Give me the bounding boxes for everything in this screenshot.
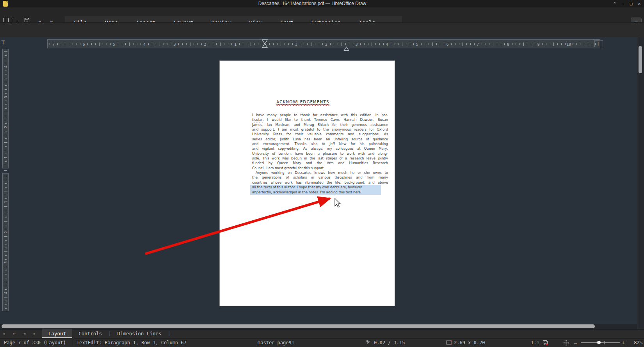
ruler-number: 6: [83, 42, 85, 46]
ruler-number: 1: [4, 201, 8, 203]
horizontal-scrollbar-thumb[interactable]: [2, 324, 595, 328]
menubar: ▾ ▾ ↶ ▾ ↷ ▾ FileHomeInsertLayoutReviewVi…: [0, 7, 644, 22]
text-line[interactable]: I have many people to thank for assistan…: [252, 113, 388, 117]
text-line[interactable]: James, Ian Maclean, and Morag Shiach for…: [252, 122, 388, 127]
ruler-number: 4: [4, 66, 8, 68]
ruler-origin-icon: ⊤: [1, 39, 5, 46]
layer-tab-controls[interactable]: Controls: [72, 329, 108, 338]
nav-next-icon[interactable]: ↠: [32, 329, 36, 338]
text-line[interactable]: University Press for their valuable comm…: [252, 132, 388, 136]
text-line[interactable]: side. This work was begun in the last st…: [252, 156, 388, 161]
toolbar: ▾ ✂ I✕ Area None ▼ ▼ ⋮ Line ▾ ▼: [0, 22, 644, 37]
indent-marker[interactable]: [343, 46, 349, 51]
zoom-in-icon[interactable]: +: [622, 338, 625, 347]
layer-tab-dimension-lines[interactable]: Dimension Lines: [111, 329, 168, 338]
ruler-number: 3: [356, 42, 358, 46]
vertical-scrollbar[interactable]: [637, 37, 644, 329]
text-line[interactable]: Anyone working on Descartes knows how mu…: [252, 170, 388, 175]
titlebar: Descartes_1641Meditations.pdf — LibreOff…: [0, 0, 644, 7]
unsaved-changes-icon[interactable]: [543, 340, 548, 345]
ruler-number: 2: [204, 42, 206, 46]
object-size-icon: [446, 340, 452, 345]
vertical-scrollbar-thumb[interactable]: [639, 46, 642, 73]
pan-tool-icon[interactable]: [563, 340, 569, 346]
object-size: 2.69 x 0.20: [454, 338, 485, 347]
ruler-end-marker: |: [594, 40, 603, 47]
minimize-button-icon[interactable]: –: [621, 0, 625, 7]
ruler-number: 8: [507, 42, 509, 46]
ruler-cursor-marker[interactable]: [262, 39, 268, 48]
nav-last-icon[interactable]: ⇥: [23, 329, 26, 338]
ruler-number: 3: [174, 42, 176, 46]
ruler-number: 5: [113, 42, 115, 46]
ruler-number: 1: [234, 42, 237, 46]
cursor-position: 0.02 / 3.15: [374, 338, 405, 347]
edit-info: TextEdit: Paragraph 1, Row 1, Column 67: [76, 338, 187, 347]
tab-separator: |: [168, 329, 171, 338]
maximize-button-icon[interactable]: □: [629, 0, 633, 7]
text-line[interactable]: funded by Queen Mary and the Arts and Hu…: [252, 161, 388, 165]
vertical-ruler-top[interactable]: 4321: [2, 49, 9, 168]
ruler-number: 4: [386, 42, 388, 46]
ruler-number: 2: [4, 231, 8, 234]
close-button-icon[interactable]: ✕: [637, 0, 642, 7]
zoom-slider-thumb[interactable]: [597, 341, 601, 344]
page-info: Page 7 of 330 (Layout): [4, 338, 66, 347]
ruler-number: 3: [4, 262, 8, 264]
text-line[interactable]: countries whose work has illuminated the…: [252, 180, 388, 185]
zoom-percentage[interactable]: 82%: [629, 338, 642, 347]
document-text-block[interactable]: I have many people to thank for assistan…: [252, 113, 388, 195]
ruler-number: 9: [537, 42, 540, 46]
ruler-number: 2: [325, 42, 327, 46]
ruler-number: 10: [566, 42, 571, 46]
vertical-ruler-bottom[interactable]: 1234: [2, 173, 9, 311]
nav-previous-icon[interactable]: ↞: [3, 329, 6, 338]
text-line[interactable]: and encouragement. Thanks also to Jeff N…: [252, 142, 388, 146]
document-icon: [3, 1, 8, 7]
shade-button-icon[interactable]: ⌃: [612, 0, 617, 7]
nav-first-icon[interactable]: ⇤: [13, 329, 16, 338]
scale-factor[interactable]: 1:1: [531, 338, 539, 347]
window-controls: ⌃–□✕: [612, 0, 642, 7]
text-line[interactable]: University of London, have been a pleasu…: [252, 151, 388, 156]
ruler-number: 7: [52, 42, 55, 46]
document-heading[interactable]: ACKNOWLEDGEMENTS: [253, 100, 352, 104]
layer-tabs: LayoutControls|Dimension Lines|: [42, 329, 171, 338]
document-page[interactable]: ACKNOWLEDGEMENTS I have many people to t…: [219, 60, 395, 306]
master-page-name: master-page91: [258, 338, 294, 347]
ruler-number: 4: [4, 292, 8, 294]
statusbar-divider: [73, 340, 73, 345]
ruler-number: 7: [477, 42, 479, 46]
ruler-number: 5: [416, 42, 418, 46]
text-line[interactable]: all the texts of this author. I hope tha…: [252, 185, 388, 189]
ruler-gap-tick: [4, 170, 7, 171]
zoom-out-icon[interactable]: –: [574, 338, 577, 347]
horizontal-ruler[interactable]: 765432112345678910: [47, 39, 600, 48]
tab-separator: |: [108, 329, 111, 338]
ruler-number: 1: [4, 156, 8, 159]
text-line[interactable]: and vigilant copy-editing. As always, my…: [252, 146, 388, 151]
ruler-number: 3: [4, 96, 8, 98]
window-title: Descartes_1641Meditations.pdf — LibreOff…: [117, 0, 507, 7]
text-line[interactable]: and support. I am most grateful to the a…: [252, 127, 388, 132]
text-line[interactable]: Council. I am most grateful for this sup…: [252, 166, 388, 170]
text-line[interactable]: imperfectly, acknowledged in the notes. …: [252, 190, 388, 195]
text-line[interactable]: series editor, Judith Luna has been an u…: [252, 137, 388, 142]
text-line[interactable]: the generations of scholars in various d…: [252, 175, 388, 180]
zoom-detent-tick: [604, 341, 605, 344]
ruler-number: 6: [447, 42, 449, 46]
layer-tab-layout[interactable]: Layout: [42, 329, 72, 338]
text-line[interactable]: ticular, I would like to thank Terence C…: [252, 117, 388, 122]
ruler-number: 2: [4, 126, 8, 129]
libreoffice-draw-window: Descartes_1641Meditations.pdf — LibreOff…: [0, 0, 644, 347]
ruler-number: 4: [143, 42, 146, 46]
cursor-position-icon: [366, 340, 371, 345]
ruler-number: 1: [295, 42, 297, 46]
